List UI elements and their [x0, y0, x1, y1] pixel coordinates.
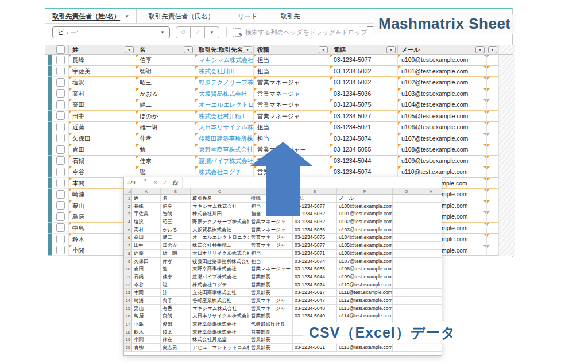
cell-phone[interactable]: 03-1234-5036 — [330, 88, 397, 100]
cell-extra[interactable] — [486, 156, 498, 167]
excel-cell[interactable]: 石鍋 — [132, 273, 161, 281]
cell-account[interactable]: 株式会社川田 — [195, 66, 253, 78]
row-checkbox[interactable] — [56, 168, 65, 176]
excel-cell[interactable]: u100@test.example.com — [337, 203, 393, 210]
excel-column-header-B[interactable]: B — [161, 188, 191, 194]
excel-cell[interactable]: 株式会社川田 — [191, 210, 249, 218]
excel-cell[interactable]: 聡 — [161, 281, 191, 289]
excel-cell[interactable]: 東野幸商事株式会社 — [191, 328, 249, 336]
excel-cell[interactable] — [393, 226, 420, 234]
excel-cell[interactable]: 伯享 — [161, 203, 191, 210]
excel-row-number[interactable]: 13 — [124, 289, 132, 296]
excel-cell[interactable]: u113@test.example.com — [337, 305, 393, 312]
cell-account[interactable]: 株式会社村井精工 — [195, 111, 253, 122]
account-link[interactable]: 株式会社川田 — [199, 68, 235, 75]
column-filter-button[interactable]: ▼ — [475, 46, 485, 53]
cell-extra[interactable] — [486, 77, 498, 88]
excel-cell[interactable]: 伸孝 — [161, 258, 191, 265]
cell-email[interactable]: u105@test.example.com — [397, 111, 486, 122]
excel-cell[interactable]: 東野幸商事株式会社 — [191, 265, 249, 273]
excel-row-number[interactable]: 14 — [124, 297, 132, 304]
cell-phone[interactable]: 03-1234-5074 — [330, 133, 397, 145]
excel-cell[interactable]: かおる — [161, 226, 191, 234]
excel-cell[interactable]: 高村 — [132, 226, 161, 234]
row-checkbox[interactable] — [56, 145, 65, 154]
excel-cell[interactable]: 営業部長 — [249, 328, 293, 336]
cell-title[interactable]: 担当 — [253, 122, 330, 133]
row-checkbox[interactable] — [56, 235, 65, 243]
cell-last[interactable]: 宇佐美 — [68, 66, 136, 78]
excel-row-number[interactable]: 10 — [124, 265, 132, 273]
column-filter-button[interactable]: ▼ — [243, 46, 252, 53]
excel-cell[interactable]: ほのか — [161, 242, 191, 249]
cell-phone[interactable]: 03-1234-5077 — [330, 111, 397, 122]
excel-cell[interactable] — [420, 203, 442, 210]
cell-phone[interactable]: 03-1234-5044 — [330, 156, 397, 167]
excel-cell[interactable] — [393, 242, 420, 249]
cell-last[interactable]: 近藤 — [68, 122, 136, 133]
cell-extra[interactable] — [486, 200, 498, 212]
excel-cell[interactable]: マキシマム株式会社 — [191, 305, 249, 312]
insert-function-icon[interactable]: fx — [172, 180, 177, 186]
excel-cell[interactable]: 担当 — [249, 258, 293, 265]
column-filter-button[interactable]: ▼ — [386, 46, 396, 53]
tab-0[interactable]: 取引先責任者（姓/名）▼ — [45, 9, 137, 23]
excel-cell[interactable]: u111@test.example.com — [337, 289, 393, 296]
cell-phone[interactable]: 03-1234-5071 — [330, 122, 397, 133]
cell-phone[interactable]: 03-1234-5055 — [330, 144, 397, 156]
cell-extra[interactable] — [486, 166, 498, 178]
cell-email[interactable]: u101@test.example.com — [397, 66, 486, 78]
excel-cell[interactable] — [420, 242, 442, 249]
excel-cell[interactable]: 昭三 — [161, 218, 191, 226]
excel-cell[interactable]: u107@test.example.com — [337, 258, 393, 265]
excel-cell[interactable]: 健二 — [161, 234, 191, 241]
excel-row-number[interactable]: 17 — [124, 320, 132, 328]
excel-cell[interactable] — [393, 273, 420, 281]
excel-cell[interactable] — [393, 210, 420, 218]
cell-last[interactable]: 石鍋 — [68, 156, 136, 167]
excel-cell[interactable]: u105@test.example.com — [337, 242, 393, 249]
excel-cell[interactable] — [393, 297, 420, 304]
excel-cell[interactable]: 営業部長 — [249, 281, 293, 289]
excel-cell[interactable]: 営業マネージャ — [249, 242, 293, 249]
account-link[interactable]: 後藤田建築事務所株式会社 — [199, 135, 253, 142]
excel-cell[interactable]: 03-1234-5075 — [293, 234, 337, 241]
excel-cell[interactable]: 姓 — [132, 195, 161, 202]
excel-cell[interactable] — [393, 265, 420, 273]
excel-cell[interactable] — [420, 344, 442, 351]
excel-cell[interactable]: 律在 — [161, 336, 191, 343]
column-filter-button[interactable]: ▼ — [319, 46, 328, 53]
excel-row-number[interactable]: 2 — [124, 203, 132, 210]
excel-column-header-G[interactable]: G — [393, 188, 420, 194]
excel-cell[interactable]: 03-1234-5036 — [293, 226, 337, 234]
excel-cell[interactable] — [420, 273, 442, 281]
excel-cell[interactable]: 担当 — [249, 250, 293, 257]
select-all-checkbox[interactable] — [56, 45, 65, 54]
excel-cell[interactable]: 営業マネージャ — [249, 297, 293, 304]
excel-row-number[interactable]: 16 — [124, 312, 132, 320]
excel-cell[interactable]: 勉 — [161, 265, 191, 273]
account-link[interactable]: 大坂貿易株式会社 — [199, 90, 247, 97]
excel-cell[interactable]: 営業部長 — [249, 336, 293, 343]
excel-cell[interactable]: 営業マネージャ — [249, 305, 293, 312]
excel-cell[interactable]: 雄一朗 — [161, 250, 191, 257]
cell-first[interactable]: 智朗 — [136, 66, 195, 78]
row-checkbox[interactable] — [56, 111, 65, 120]
excel-cell[interactable]: 典子 — [161, 297, 191, 304]
excel-cell[interactable] — [420, 195, 442, 202]
excel-cell[interactable]: 営業部長 — [249, 273, 293, 281]
excel-cell[interactable] — [393, 234, 420, 241]
excel-cell[interactable] — [393, 289, 420, 296]
excel-row-number[interactable]: 18 — [124, 328, 132, 336]
excel-cell[interactable]: 智朗 — [161, 210, 191, 218]
row-checkbox[interactable] — [56, 67, 65, 75]
excel-row-number[interactable]: 6 — [124, 234, 132, 241]
excel-cell[interactable]: u104@test.example.com — [337, 234, 393, 241]
excel-cell[interactable]: 取引先名 — [191, 195, 249, 202]
excel-cell[interactable]: 株式会社村井精工 — [191, 242, 249, 249]
cell-extra[interactable] — [486, 223, 498, 234]
excel-cell[interactable] — [420, 265, 442, 273]
excel-cell[interactable]: 崎浦 — [132, 297, 161, 304]
cell-last[interactable]: 田中 — [68, 111, 136, 122]
excel-cell[interactable]: 03-1234-5017 — [293, 289, 337, 296]
